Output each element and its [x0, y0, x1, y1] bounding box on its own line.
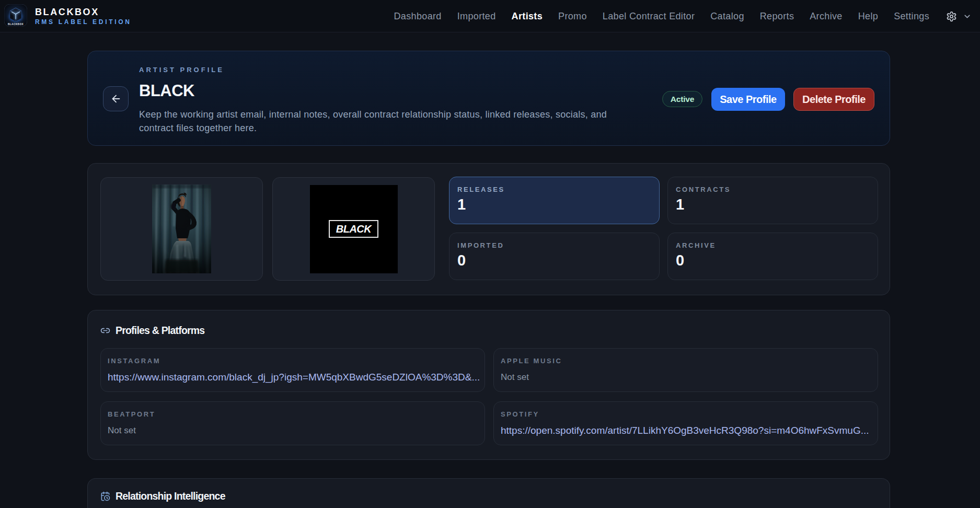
svg-text:BLACKBOX: BLACKBOX [8, 23, 24, 26]
